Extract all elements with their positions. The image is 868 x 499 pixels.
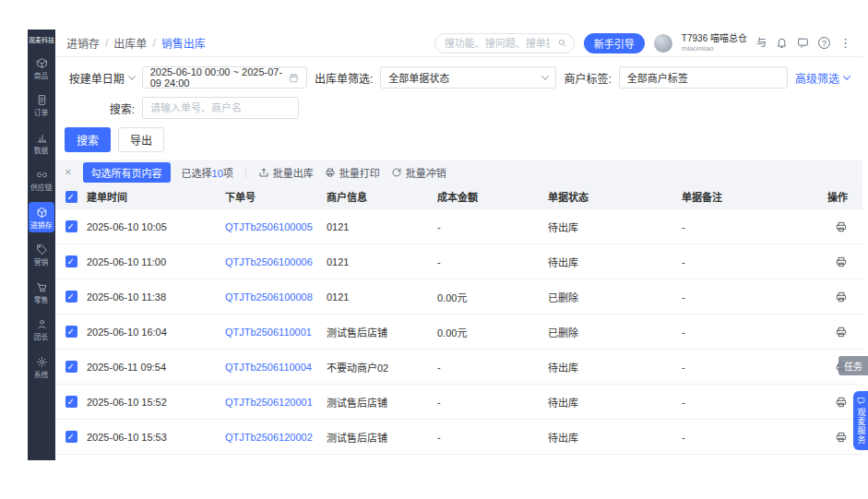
print-button[interactable] (835, 220, 848, 233)
merchant-tag-input[interactable]: 全部商户标签 (619, 66, 788, 89)
column-header: 下单号 (225, 189, 327, 204)
row-checkbox[interactable] (65, 220, 77, 232)
row-checkbox[interactable] (65, 396, 77, 408)
user-name: T7936 喵喵总仓 (682, 33, 747, 44)
status-filter-label: 出库单筛选: (315, 70, 373, 86)
printer-icon (835, 255, 848, 268)
chevron-down-icon (843, 72, 850, 79)
print-button[interactable] (835, 326, 848, 339)
row-checkbox[interactable] (65, 291, 77, 303)
order-number-link[interactable]: QTJTb2506100005 (225, 221, 313, 232)
clear-selection-button[interactable]: × (65, 166, 72, 178)
message-icon[interactable] (797, 37, 809, 49)
advanced-filter-link[interactable]: 高级筛选 (795, 70, 850, 86)
breadcrumb-separator: / (152, 37, 155, 50)
row-checkbox[interactable] (65, 255, 77, 267)
global-search-input[interactable] (434, 33, 575, 53)
order-time: 2025-06-10 10:05 (87, 221, 225, 232)
breadcrumb-item[interactable]: 出库单 (113, 35, 147, 51)
sidebar-item-goods[interactable]: 商品 (29, 53, 54, 84)
merchant-name: 测试售后店铺 (327, 395, 437, 410)
select-all-checkbox[interactable] (65, 191, 77, 203)
sidebar-item-label: 商品 (34, 72, 49, 79)
merchant-name: 0121 (327, 221, 437, 232)
sidebar-item-marketing[interactable]: 营销 (29, 239, 54, 270)
bulk-action-bar: × 勾选所有页内容 已选择10项 | 批量出库 批量打印 批量冲销 (55, 160, 862, 184)
sidebar-item-inventory[interactable]: 进销存 (29, 202, 54, 233)
status-text: 待出库 (548, 255, 682, 269)
user-info[interactable]: T7936 喵喵总仓 miaomiao (682, 33, 747, 53)
print-button[interactable] (835, 431, 848, 444)
beginner-guide-button[interactable]: 新手引导 (584, 33, 645, 53)
sidebar-item-leader[interactable]: 团长 (29, 314, 54, 345)
keyword-search-input[interactable] (142, 97, 299, 119)
order-number-link[interactable]: QTJTb2506110004 (225, 362, 312, 373)
bulk-print-button[interactable]: 批量打印 (325, 165, 380, 180)
sidebar-item-label: 供应链 (30, 184, 52, 192)
chat-icon (857, 397, 865, 405)
service-floating-tab[interactable]: 观麦服务 (853, 391, 868, 450)
select-all-pages-button[interactable]: 勾选所有页内容 (83, 162, 171, 183)
row-checkbox[interactable] (65, 326, 77, 338)
date-type-dropdown[interactable]: 按建单日期 (65, 70, 135, 86)
filter-row-2: 搜索: (65, 97, 850, 119)
breadcrumb-current: 销售出库 (161, 35, 206, 51)
order-number-link[interactable]: QTJTb2506120002 (225, 432, 313, 443)
avatar[interactable] (654, 34, 672, 53)
print-button[interactable] (835, 255, 848, 268)
sidebar-item-data[interactable]: 数据 (29, 127, 54, 159)
print-button[interactable] (835, 396, 848, 409)
date-range-picker[interactable]: 2025-06-10 00:00 ~ 2025-07-09 24:00 (142, 66, 307, 89)
selected-count-text: 已选择10项 (182, 165, 233, 180)
print-button[interactable] (835, 291, 848, 303)
bulk-print-label: 批量打印 (339, 165, 380, 180)
row-checkbox[interactable] (65, 361, 77, 373)
order-doc-icon (36, 94, 48, 106)
order-number-link[interactable]: QTJTb2506120001 (225, 397, 313, 408)
cost-amount: - (437, 362, 548, 373)
table-row: 2025-06-10 15:53 QTJTb2506120002 测试售后店铺 … (55, 420, 862, 455)
person-icon (36, 318, 48, 330)
table-row: 2025-06-10 10:05 QTJTb2506100005 0121 - … (55, 209, 862, 244)
help-icon[interactable]: ? (818, 37, 830, 49)
printer-icon (835, 291, 848, 303)
bulk-outbound-icon (258, 167, 269, 178)
topbar-right: 新手引导 T7936 喵喵总仓 miaomiao 与 ? ⋮ (434, 33, 851, 53)
sidebar-item-orders[interactable]: 订单 (29, 89, 54, 121)
divider: | (244, 167, 247, 178)
bulk-outbound-button[interactable]: 批量出库 (258, 165, 314, 180)
merchant-name: 0121 (327, 256, 437, 267)
order-time: 2025-06-10 15:53 (87, 432, 225, 443)
order-number-link[interactable]: QTJTb2506110001 (225, 327, 312, 338)
sidebar-item-retail[interactable]: 零售 (29, 277, 54, 308)
remark-text: - (682, 291, 811, 303)
row-checkbox[interactable] (65, 431, 77, 443)
bulk-writeoff-button[interactable]: 批量冲销 (391, 165, 446, 180)
table-row: 2025-06-10 11:00 QTJTb2506100006 0121 - … (55, 244, 862, 279)
search-icon[interactable] (557, 38, 567, 48)
breadcrumb-separator: / (105, 37, 108, 50)
bulk-print-icon (325, 167, 336, 178)
cost-amount: - (437, 221, 548, 232)
more-icon[interactable]: ⋮ (839, 36, 851, 50)
order-number-link[interactable]: QTJTb2506100008 (225, 291, 313, 303)
breadcrumb-item[interactable]: 进销存 (66, 35, 100, 51)
tag-icon (36, 244, 48, 255)
cost-amount: - (437, 256, 548, 267)
order-number-link[interactable]: QTJTb2506100006 (225, 256, 313, 267)
status-select-value: 全部单据状态 (388, 70, 449, 85)
top-bar: 进销存 / 出库单 / 销售出库 新手引导 T7936 喵喵总仓 miaomia… (55, 30, 862, 57)
sidebar-item-system[interactable]: 系统 (29, 351, 54, 383)
shortcut-icon[interactable]: 与 (756, 38, 767, 48)
search-button[interactable]: 搜索 (65, 127, 111, 152)
cart-icon (36, 281, 48, 293)
sidebar-item-supply-chain[interactable]: 供应链 (29, 164, 54, 196)
task-floating-tab[interactable]: 任务 (838, 356, 868, 375)
status-select[interactable]: 全部单据状态 (380, 66, 556, 89)
remark-text: - (682, 362, 811, 373)
cube-icon (36, 207, 48, 219)
export-button[interactable]: 导出 (118, 127, 164, 152)
sidebar-item-label: 进销存 (30, 221, 52, 229)
bell-icon[interactable] (776, 37, 788, 49)
printer-icon (835, 396, 848, 409)
